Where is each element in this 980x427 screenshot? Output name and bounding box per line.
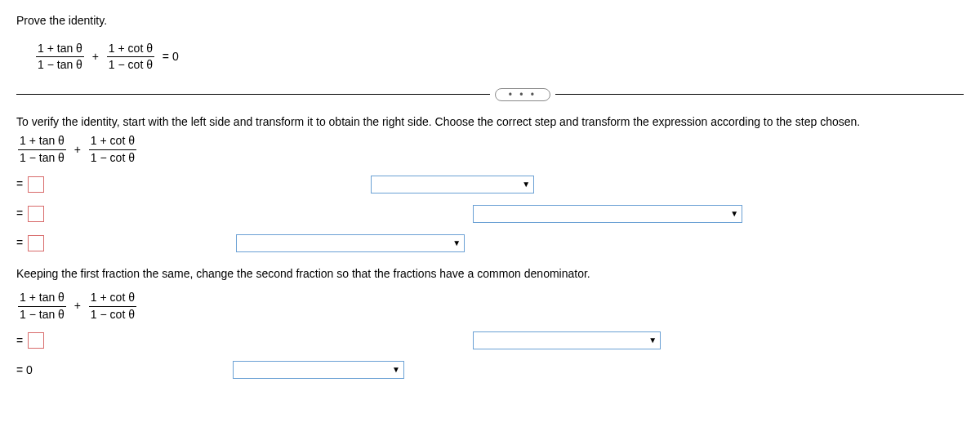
answer-input-1[interactable] [28, 176, 44, 193]
step-row-2: = ▼ [16, 202, 964, 225]
section-divider: • • • [16, 88, 964, 101]
identity-equation: 1 + tan θ 1 − tan θ + 1 + cot θ 1 − cot … [34, 41, 964, 73]
chevron-down-icon: ▼ [522, 179, 530, 190]
prompt-text: Prove the identity. [16, 13, 964, 29]
final-result: = 0 [16, 363, 33, 379]
step-row-4: = ▼ [16, 329, 964, 352]
equals-sign: = [16, 176, 23, 193]
step-dropdown-3[interactable]: ▼ [236, 234, 465, 252]
chevron-down-icon: ▼ [392, 364, 400, 376]
identity-plus: + [92, 49, 99, 65]
step-dropdown-1[interactable]: ▼ [371, 176, 534, 193]
equals-sign: = [16, 333, 23, 349]
answer-input-3[interactable] [28, 235, 44, 251]
start-fraction-2: 1 + cot θ 1 − cot θ [89, 133, 136, 166]
chevron-down-icon: ▼ [648, 335, 657, 346]
equals-sign: = [16, 206, 23, 222]
hint-text: Keeping the first fraction the same, cha… [16, 266, 964, 282]
start-fraction-1: 1 + tan θ 1 − tan θ [18, 133, 66, 166]
final-row: = 0 ▼ [16, 358, 964, 381]
identity-fraction-1: 1 + tan θ 1 − tan θ [36, 41, 84, 73]
answer-input-2[interactable] [28, 206, 44, 222]
chevron-down-icon: ▼ [452, 238, 461, 249]
answer-input-4[interactable] [28, 332, 44, 349]
identity-equals-zero: = 0 [163, 49, 179, 65]
repeat-fraction-1: 1 + tan θ 1 − tan θ [18, 290, 66, 322]
ellipsis-pill[interactable]: • • • [495, 88, 550, 101]
step-dropdown-4[interactable]: ▼ [473, 331, 661, 349]
repeat-fraction-2: 1 + cot θ 1 − cot θ [89, 290, 136, 322]
equals-sign: = [16, 235, 23, 251]
chevron-down-icon: ▼ [730, 208, 738, 220]
identity-fraction-2: 1 + cot θ 1 − cot θ [107, 41, 154, 73]
starting-expression: 1 + tan θ 1 − tan θ + 1 + cot θ 1 − cot … [16, 133, 964, 166]
step-row-3: = ▼ [16, 232, 964, 255]
step-dropdown-2[interactable]: ▼ [473, 205, 742, 223]
expression-repeat: 1 + tan θ 1 − tan θ + 1 + cot θ 1 − cot … [16, 290, 964, 322]
step-row-1: = ▼ [16, 173, 964, 196]
instruction-text: To verify the identity, start with the l… [16, 114, 964, 131]
final-dropdown[interactable]: ▼ [233, 361, 404, 379]
